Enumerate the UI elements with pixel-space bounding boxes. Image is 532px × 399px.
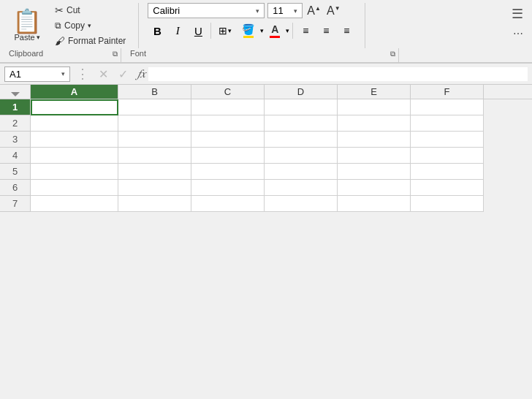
col-header-E[interactable]: E (338, 85, 411, 99)
font-shrink-button[interactable]: A▼ (325, 4, 342, 18)
border-dropdown-icon: ▾ (228, 27, 232, 34)
font-group: Calibri ▾ 11 ▾ A▲ A▼ B I (148, 3, 365, 48)
cell-F3[interactable] (411, 132, 484, 148)
cell-B2[interactable] (118, 115, 191, 132)
table-row: 4 (0, 148, 532, 164)
underline-button[interactable]: U (189, 22, 208, 39)
cell-D2[interactable] (265, 115, 338, 132)
cell-C4[interactable] (191, 148, 265, 164)
font-color-button[interactable]: A (265, 21, 284, 40)
bold-button[interactable]: B (148, 22, 167, 39)
table-row: 1 (0, 99, 532, 115)
cell-F2[interactable] (411, 115, 484, 132)
fill-color-button[interactable]: 🪣 (238, 21, 259, 40)
cell-B7[interactable] (118, 196, 191, 212)
paste-button[interactable]: 📋 Paste ▾ (6, 6, 48, 45)
cell-D4[interactable] (265, 148, 338, 164)
font-top-row: Calibri ▾ 11 ▾ A▲ A▼ (148, 3, 356, 18)
cell-A5[interactable] (31, 164, 118, 180)
select-all-button[interactable] (0, 85, 31, 99)
row-number-5[interactable]: 5 (0, 164, 31, 180)
table-row: 2 (0, 115, 532, 132)
align-left-button[interactable]: ≡ (296, 22, 315, 39)
row-number-7[interactable]: 7 (0, 196, 31, 212)
fill-color-bar (243, 36, 254, 38)
cell-C1[interactable] (191, 99, 265, 115)
cell-D6[interactable] (265, 180, 338, 196)
cell-A7[interactable] (31, 196, 118, 212)
font-size-selector[interactable]: 11 ▾ (267, 3, 303, 18)
col-header-D[interactable]: D (265, 85, 338, 99)
col-header-C[interactable]: C (191, 85, 265, 99)
cell-C3[interactable] (191, 132, 265, 148)
cell-F1[interactable] (411, 99, 484, 115)
cell-C5[interactable] (191, 164, 265, 180)
ribbon-more-button[interactable]: ⋯ (513, 28, 523, 39)
row-number-4[interactable]: 4 (0, 148, 31, 164)
cell-E4[interactable] (338, 148, 411, 164)
row-number-3[interactable]: 3 (0, 132, 31, 148)
cell-ref-dropdown-icon: ▾ (61, 70, 65, 77)
align-center-button[interactable]: ≡ (316, 22, 335, 39)
cell-F6[interactable] (411, 180, 484, 196)
spreadsheet: A B C D E F 1 2 3 (0, 85, 532, 212)
cell-B3[interactable] (118, 132, 191, 148)
col-header-A[interactable]: A (31, 85, 118, 99)
cell-F7[interactable] (411, 196, 484, 212)
clipboard-expand-icon[interactable]: ⧉ (113, 50, 118, 58)
cell-E6[interactable] (338, 180, 411, 196)
table-row: 3 (0, 132, 532, 148)
row-number-1[interactable]: 1 (0, 99, 31, 115)
cell-F4[interactable] (411, 148, 484, 164)
font-grow-button[interactable]: A▲ (305, 4, 322, 18)
cell-C2[interactable] (191, 115, 265, 132)
cancel-formula-button: ✕ (95, 66, 112, 82)
col-header-B[interactable]: B (118, 85, 191, 99)
cell-reference-box[interactable]: A1 ▾ (4, 66, 70, 82)
cell-D7[interactable] (265, 196, 338, 212)
formula-bar-separator: ⋮ (76, 66, 89, 82)
cell-C6[interactable] (191, 180, 265, 196)
cell-D1[interactable] (265, 99, 338, 115)
cell-E7[interactable] (338, 196, 411, 212)
cell-A3[interactable] (31, 132, 118, 148)
cell-A6[interactable] (31, 180, 118, 196)
font-expand-icon[interactable]: ⧉ (390, 50, 395, 58)
font-color-dropdown-icon[interactable]: ▾ (286, 27, 289, 34)
formula-input[interactable] (148, 67, 528, 81)
align-right-button[interactable]: ≡ (337, 22, 356, 39)
cell-B6[interactable] (118, 180, 191, 196)
fill-color-dropdown-icon[interactable]: ▾ (260, 27, 264, 34)
cell-E3[interactable] (338, 132, 411, 148)
cell-B4[interactable] (118, 148, 191, 164)
cell-D3[interactable] (265, 132, 338, 148)
column-headers: A B C D E F (0, 85, 532, 99)
format-painter-button[interactable]: 🖌 Format Painter (51, 34, 129, 48)
italic-button[interactable]: I (168, 22, 187, 39)
font-dropdown-icon: ▾ (256, 7, 259, 15)
ribbon: 📋 Paste ▾ ✂ Cut ⧉ Copy ▾ (0, 0, 532, 64)
copy-button[interactable]: ⧉ Copy ▾ (51, 19, 129, 32)
cell-B1[interactable] (118, 99, 191, 115)
cell-D5[interactable] (265, 164, 338, 180)
cell-E1[interactable] (338, 99, 411, 115)
cut-button[interactable]: ✂ Cut (51, 3, 129, 18)
cell-E2[interactable] (338, 115, 411, 132)
cell-B5[interactable] (118, 164, 191, 180)
cell-A1[interactable] (31, 99, 118, 115)
table-row: 5 (0, 164, 532, 180)
cell-A4[interactable] (31, 148, 118, 164)
row-number-2[interactable]: 2 (0, 115, 31, 132)
cell-E5[interactable] (338, 164, 411, 180)
cell-F5[interactable] (411, 164, 484, 180)
border-button[interactable]: ⊞ ▾ (214, 22, 236, 39)
font-group-label: Font (127, 48, 149, 60)
col-header-F[interactable]: F (411, 85, 484, 99)
copy-icon: ⧉ (55, 20, 61, 31)
cell-A2[interactable] (31, 115, 118, 132)
cell-C7[interactable] (191, 196, 265, 212)
ribbon-collapse-button[interactable]: ☰ (512, 6, 523, 22)
font-name-selector[interactable]: Calibri ▾ (148, 3, 265, 18)
paste-dropdown-icon[interactable]: ▾ (37, 34, 40, 41)
row-number-6[interactable]: 6 (0, 180, 31, 196)
